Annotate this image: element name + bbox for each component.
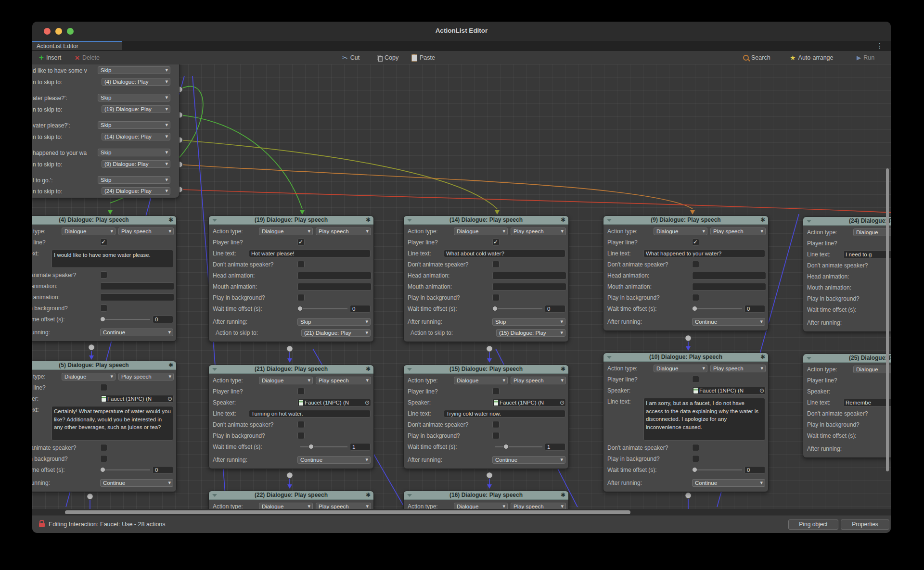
paste-button[interactable]: Paste: [411, 51, 435, 64]
titlebar[interactable]: ActionList Editor: [32, 22, 891, 41]
action-subtype-dropdown[interactable]: Play speech: [710, 228, 766, 235]
action-type-dropdown[interactable]: Dialogue: [62, 228, 116, 235]
copy-button[interactable]: Copy: [377, 51, 398, 64]
mouth-animation-input[interactable]: [692, 283, 766, 291]
action-type-dropdown[interactable]: Dialogue: [654, 365, 707, 372]
object-picker-icon[interactable]: ⊙: [365, 399, 370, 406]
action-node-9[interactable]: (9) Dialogue: Play speech✱Action type:Di…: [603, 215, 769, 331]
settings-cog-icon[interactable]: ✱: [168, 362, 173, 368]
line-text-input[interactable]: Trying cold water now.: [444, 410, 565, 418]
play-in-background-checkbox[interactable]: [692, 294, 699, 301]
action-subtype-dropdown[interactable]: Play speech: [511, 503, 566, 509]
connection-socket[interactable]: [487, 346, 493, 352]
skip-target-dropdown[interactable]: (14) Dialogue: Play: [102, 133, 170, 140]
action-subtype-dropdown[interactable]: Play speech: [316, 377, 371, 384]
skip-target-dropdown[interactable]: (9) Dialogue: Play: [102, 160, 170, 168]
node-header[interactable]: (21) Dialogue: Play speech✱: [209, 365, 373, 374]
play-in-background-checkbox[interactable]: [297, 294, 305, 301]
settings-cog-icon[interactable]: ✱: [760, 354, 765, 360]
don-t-animate-speaker-checkbox[interactable]: [492, 421, 500, 428]
settings-cog-icon[interactable]: ✱: [561, 366, 565, 372]
line-text-input[interactable]: Turning on hot water.: [249, 410, 371, 418]
action-node-14[interactable]: (14) Dialogue: Play speech✱Action type:D…: [403, 215, 569, 342]
node-header[interactable]: (5) Dialogue: Play speech✱: [32, 361, 176, 370]
slider-knob[interactable]: [297, 306, 303, 311]
action-node-16[interactable]: (16) Dialogue: Play speech✱Action type:D…: [403, 491, 569, 509]
don-t-animate-speaker-checkbox[interactable]: [692, 261, 699, 268]
action-subtype-dropdown[interactable]: Play speech: [511, 377, 566, 384]
wait-time-value-input[interactable]: 0: [153, 466, 173, 474]
player-line-checkbox[interactable]: [492, 388, 500, 395]
action-node-21[interactable]: (21) Dialogue: Play speech✱Action type:D…: [208, 365, 374, 469]
player-line-checkbox[interactable]: [492, 239, 500, 246]
tab-actionlist-editor[interactable]: ActionList Editor: [32, 41, 122, 50]
node-header[interactable]: (19) Dialogue: Play speech✱: [209, 216, 373, 225]
skip-target-dropdown[interactable]: (24) Dialogue: Play: [102, 187, 170, 195]
node-header[interactable]: (4) Dialogue: Play speech✱: [32, 216, 176, 225]
connection-socket[interactable]: [287, 472, 293, 479]
horizontal-scrollbar-thumb[interactable]: [65, 510, 630, 514]
action-type-dropdown[interactable]: Dialogue: [259, 503, 313, 509]
wait-time-value-input[interactable]: 0: [744, 305, 765, 313]
action-type-dropdown[interactable]: Dialogue: [454, 377, 508, 384]
line-text-input[interactable]: Hot water please!: [249, 250, 371, 257]
mouth-animation-input[interactable]: [492, 283, 566, 291]
action-node-15[interactable]: (15) Dialogue: Play speech✱Action type:D…: [403, 365, 569, 469]
after-running-dropdown[interactable]: Continue: [492, 456, 565, 464]
run-button[interactable]: ▶ Run: [857, 51, 874, 64]
connection-socket[interactable]: [487, 472, 493, 479]
connection-socket[interactable]: [287, 346, 293, 352]
wait-time-value-input[interactable]: 1: [545, 443, 565, 451]
after-running-dropdown[interactable]: Continue: [297, 456, 371, 464]
play-in-background-checkbox[interactable]: [692, 455, 699, 462]
line-text-textarea[interactable]: Certainly! What temperature of water wou…: [51, 406, 173, 441]
action-node-25[interactable]: (25) Dialogue: Play speech✱Action type:D…: [803, 354, 891, 458]
node-header[interactable]: (24) Dialogue: Play speech✱: [803, 217, 891, 226]
player-line-checkbox[interactable]: [692, 239, 699, 246]
after-running-dropdown[interactable]: Skip: [297, 318, 371, 326]
graph-canvas[interactable]: d like to have some vSkipn to skip to:(4…: [32, 64, 891, 509]
action-type-dropdown[interactable]: Dialogue: [62, 373, 116, 380]
wait-time-value-input[interactable]: 1: [350, 443, 371, 451]
don-t-animate-speaker-checkbox[interactable]: [100, 271, 107, 279]
slider-knob[interactable]: [100, 317, 105, 322]
object-picker-icon[interactable]: ⊙: [560, 399, 565, 406]
line-text-input[interactable]: Remembe: [843, 399, 891, 406]
settings-cog-icon[interactable]: ✱: [168, 216, 173, 223]
insert-button[interactable]: + Insert: [39, 51, 61, 64]
vertical-scrollbar-thumb[interactable]: [886, 168, 889, 471]
settings-cog-icon[interactable]: ✱: [561, 492, 565, 498]
after-running-dropdown[interactable]: Skip: [98, 176, 170, 184]
action-subtype-dropdown[interactable]: Play speech: [118, 228, 174, 235]
after-running-dropdown[interactable]: Continue: [100, 479, 173, 487]
line-text-input[interactable]: What about cold water?: [444, 250, 565, 257]
don-t-animate-speaker-checkbox[interactable]: [492, 261, 500, 268]
node-header[interactable]: (16) Dialogue: Play speech✱: [404, 491, 568, 500]
skip-target-dropdown[interactable]: (19) Dialogue: Play: [102, 105, 170, 113]
slider-knob[interactable]: [308, 444, 314, 449]
action-node-5[interactable]: (5) Dialogue: Play speech✱Action type:Di…: [32, 361, 177, 492]
slider-knob[interactable]: [503, 444, 509, 449]
wait-time-value-input[interactable]: 0: [744, 466, 765, 474]
node-header[interactable]: (9) Dialogue: Play speech✱: [603, 216, 768, 225]
settings-cog-icon[interactable]: ✱: [366, 366, 371, 372]
slider-knob[interactable]: [100, 467, 105, 472]
skip-target-dropdown[interactable]: (4) Dialogue: Play: [102, 78, 170, 86]
head-animation-input[interactable]: [100, 282, 174, 290]
action-subtype-dropdown[interactable]: Play speech: [710, 365, 766, 372]
connection-socket[interactable]: [87, 494, 93, 500]
after-running-dropdown[interactable]: Continue: [692, 318, 765, 326]
action-node-10[interactable]: (10) Dialogue: Play speech✱Action type:D…: [603, 353, 769, 492]
speaker-object-field[interactable]: Faucet (1NPC) (N⊙: [100, 395, 174, 403]
action-type-dropdown[interactable]: Dialogue: [853, 366, 891, 373]
player-line-checkbox[interactable]: [297, 388, 305, 395]
skip-target-dropdown[interactable]: (15) Dialogue: Play: [496, 329, 565, 337]
line-text-textarea[interactable]: I would like to have some water please.: [51, 250, 173, 268]
player-line-checkbox[interactable]: [692, 376, 699, 383]
action-node-4[interactable]: (4) Dialogue: Play speech✱Action type:Di…: [32, 215, 177, 342]
connection-socket[interactable]: [89, 344, 95, 351]
player-line-checkbox[interactable]: [297, 239, 305, 246]
object-picker-icon[interactable]: ⊙: [759, 387, 764, 394]
action-type-dropdown[interactable]: Dialogue: [454, 503, 508, 509]
action-type-dropdown[interactable]: Dialogue: [259, 377, 313, 384]
